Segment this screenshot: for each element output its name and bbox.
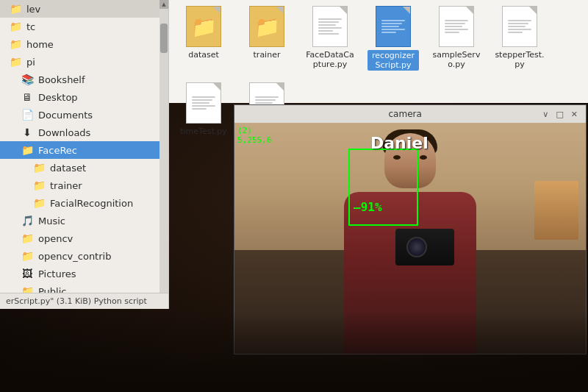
held-camera [395, 229, 454, 266]
file-thumb-label: sampleServo.py [431, 50, 482, 69]
status-bar: erScript.py" (3.1 KiB) Python script [0, 293, 169, 309]
sidebar-item-bookshelf[interactable]: 📚 Bookshelf [0, 71, 168, 88]
file-thumb-label: recognizerScript.py [368, 50, 419, 71]
folder-icon: 📁 [9, 55, 22, 68]
face-detection-box [348, 149, 418, 226]
file-thumb-label: dataset [188, 50, 219, 60]
sidebar-item-lev[interactable]: 📁 lev [0, 0, 168, 18]
scroll-up-arrow[interactable]: ▲ [159, 0, 168, 9]
status-text: erScript.py" (3.1 KiB) Python script [6, 296, 147, 306]
sidebar-item-music[interactable]: 🎵 Music [0, 212, 168, 229]
camera-titlebar: camera ∨ □ ✕ [234, 105, 586, 123]
file-thumb-label: timeTest.py [180, 126, 227, 136]
camera-maximize-button[interactable]: □ [553, 110, 565, 119]
python-file-icon [502, 6, 537, 47]
file-thumb-face-data-capture[interactable]: FaceDataCapture.py [304, 6, 356, 69]
detection-left-info: (2) 5,255,6 [234, 123, 274, 148]
python-file-icon [439, 6, 474, 47]
detection-info-line1: (2) [237, 126, 271, 135]
sidebar-item-label: Music [38, 215, 65, 227]
file-list: 📁 lev 📁 tc 📁 home 📁 pi 📚 Bookshelf 🖥 Des… [0, 0, 168, 300]
sidebar-item-label: opencv [38, 233, 73, 244]
sidebar-item-label: Downloads [38, 127, 90, 138]
file-manager-panel: 📁 lev 📁 tc 📁 home 📁 pi 📚 Bookshelf 🖥 Des… [0, 0, 169, 309]
python-file-icon-selected [376, 6, 411, 47]
file-thumb-sample-servo[interactable]: sampleServo.py [431, 6, 482, 69]
scroll-thumb[interactable] [160, 24, 168, 53]
sidebar-item-opencv-contrib[interactable]: 📁 opencv_contrib [0, 247, 168, 265]
file-manager-scrollbar[interactable]: ▲ ▼ [159, 0, 168, 309]
sidebar-item-label: dataset [50, 163, 86, 174]
file-thumb-label: trainer [254, 50, 281, 60]
sidebar-item-tc[interactable]: 📁 tc [0, 18, 168, 35]
sidebar-item-label: pi [26, 57, 35, 68]
sidebar-item-label: opencv_contrib [38, 251, 111, 262]
folder-icon: 📁 [21, 143, 34, 157]
folder-icon: 📁 [9, 2, 22, 15]
folder-icon: 📁 [9, 38, 22, 51]
sidebar-item-label: FacialRecognition [50, 198, 133, 209]
file-thumb-label: stepperTest.py [494, 50, 545, 69]
sidebar-item-downloads[interactable]: ⬇ Downloads [0, 124, 168, 141]
camera-close-button[interactable]: ✕ [569, 110, 580, 119]
detected-name-label: Daniel [370, 134, 429, 152]
pictures-icon: 🖼 [21, 267, 34, 280]
sidebar-item-home[interactable]: 📁 home [0, 35, 168, 53]
python-file-icon [186, 82, 221, 124]
room-furniture [534, 181, 578, 240]
folder-icon: 📁 [32, 196, 46, 210]
folder-icon: 📁 [32, 161, 46, 174]
detected-confidence-label: –91% [354, 200, 382, 214]
folder-icon: 📁 [21, 232, 34, 245]
sidebar-item-label: home [26, 39, 54, 50]
documents-icon: 📄 [21, 108, 34, 121]
file-thumb-recognizer-script[interactable]: recognizerScript.py [368, 6, 419, 71]
folder-thumb-icon: 📁 [249, 6, 284, 47]
sidebar-item-documents[interactable]: 📄 Documents [0, 106, 168, 124]
music-icon: 🎵 [21, 214, 34, 227]
camera-lens [406, 237, 427, 257]
downloads-icon: ⬇ [21, 126, 34, 139]
folder-icon: 📁 [21, 249, 34, 263]
camera-window-controls: ∨ □ ✕ [540, 110, 580, 119]
sidebar-item-opencv[interactable]: 📁 opencv [0, 229, 168, 247]
python-file-icon [312, 6, 348, 47]
file-thumb-time-test[interactable]: timeTest.py [178, 82, 229, 136]
sidebar-item-label: lev [26, 4, 40, 15]
file-thumb-label: FaceDataCapture.py [304, 50, 356, 69]
sidebar-item-label: FaceRec [38, 145, 77, 156]
scroll-track[interactable] [159, 9, 168, 300]
person-right-eye [420, 155, 427, 160]
sidebar-item-dataset[interactable]: 📁 dataset [0, 159, 168, 177]
sidebar-item-label: trainer [50, 180, 82, 191]
sidebar-item-label: Bookshelf [38, 74, 85, 85]
file-thumb-dataset[interactable]: 📁 dataset [178, 6, 229, 60]
sidebar-item-facial-recognition[interactable]: 📁 FacialRecognition [0, 194, 168, 212]
file-thumb-stepper-test[interactable]: stepperTest.py [494, 6, 545, 69]
file-thumb-trainer[interactable]: 📁 trainer [241, 6, 293, 60]
sidebar-item-pictures[interactable]: 🖼 Pictures [0, 265, 168, 282]
sidebar-item-facerec[interactable]: 📁 FaceRec [0, 141, 168, 159]
sidebar-item-pi[interactable]: 📁 pi [0, 53, 168, 71]
camera-minimize-button[interactable]: ∨ [540, 110, 551, 119]
sidebar-item-label: Documents [38, 110, 93, 121]
camera-title: camera [270, 109, 540, 119]
sidebar-item-desktop[interactable]: 🖥 Desktop [0, 88, 168, 106]
detection-info-line2: 5,255,6 [237, 135, 271, 145]
folder-icon: 📁 [32, 179, 46, 192]
bottom-vignette [0, 311, 588, 392]
sidebar-item-trainer[interactable]: 📁 trainer [0, 177, 168, 194]
folder-icon: 📁 [9, 20, 22, 33]
folder-icon: 🖥 [21, 90, 34, 104]
sidebar-item-label: Pictures [38, 268, 76, 279]
folder-thumb-icon: 📁 [186, 6, 221, 47]
bookshelf-icon: 📚 [21, 73, 34, 86]
code-files-panel: 📁 dataset 📁 trainer FaceDataCapture.py [169, 0, 588, 103]
sidebar-item-label: tc [26, 21, 35, 32]
sidebar-item-label: Desktop [38, 92, 78, 103]
